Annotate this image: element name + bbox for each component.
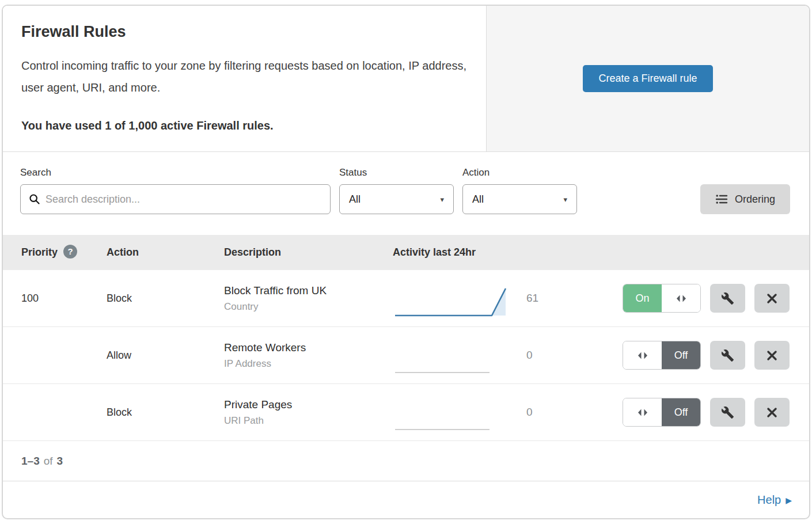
toggle-arrows-icon xyxy=(662,284,700,312)
column-priority: Priority xyxy=(21,246,58,259)
pagination-total: 3 xyxy=(57,455,63,468)
delete-rule-button[interactable] xyxy=(754,284,790,313)
pagination-of: of xyxy=(44,455,53,468)
edit-rule-button[interactable] xyxy=(710,284,745,313)
page-title: Firewall Rules xyxy=(21,23,468,41)
arrow-right-icon: ▶ xyxy=(786,496,792,505)
action-select[interactable]: All ▾ xyxy=(462,184,577,214)
search-icon xyxy=(29,193,40,205)
toggle-state-label: Off xyxy=(662,398,700,426)
toggle-arrows-icon xyxy=(623,398,662,426)
filter-bar: Search Status All ▾ Action All ▾ xyxy=(3,152,809,235)
rule-type: IP Address xyxy=(224,358,393,370)
pagination: 1–3 of 3 xyxy=(3,441,809,481)
rule-type: Country xyxy=(224,301,393,313)
action-value: Allow xyxy=(107,349,224,362)
activity-count: 61 xyxy=(526,292,544,305)
rule-enabled-toggle[interactable]: On xyxy=(623,284,701,313)
action-value: Block xyxy=(107,292,224,305)
cta-panel: Create a Firewall rule xyxy=(486,6,809,151)
page-description: Control incoming traffic to your zone by… xyxy=(21,55,468,98)
toggle-state-label: On xyxy=(623,284,662,312)
activity-count: 0 xyxy=(526,406,544,419)
status-select[interactable]: All ▾ xyxy=(339,184,454,214)
intro-panel: Firewall Rules Control incoming traffic … xyxy=(3,6,486,151)
toggle-state-label: Off xyxy=(662,341,700,369)
column-action: Action xyxy=(107,246,224,259)
status-label: Status xyxy=(339,167,454,178)
activity-sparkline xyxy=(393,284,509,320)
firewall-rules-card: Firewall Rules Control incoming traffic … xyxy=(2,5,810,519)
column-activity: Activity last 24hr xyxy=(393,246,809,259)
rule-description: Private Pages xyxy=(224,398,393,411)
wrench-icon xyxy=(721,292,734,305)
rule-description: Remote Workers xyxy=(224,341,393,354)
edit-rule-button[interactable] xyxy=(710,341,745,370)
action-value: Block xyxy=(107,406,224,419)
toggle-arrows-icon xyxy=(623,341,662,369)
column-description: Description xyxy=(224,246,393,259)
priority-help-icon[interactable]: ? xyxy=(63,245,77,259)
chevron-down-icon: ▾ xyxy=(440,195,444,204)
edit-rule-button[interactable] xyxy=(710,398,745,427)
rule-type: URI Path xyxy=(224,415,393,427)
activity-count: 0 xyxy=(526,349,544,362)
activity-sparkline xyxy=(393,398,509,434)
rule-enabled-toggle[interactable]: Off xyxy=(623,398,701,427)
search-box[interactable] xyxy=(20,184,331,214)
chevron-down-icon: ▾ xyxy=(563,195,567,204)
action-selected-value: All xyxy=(472,193,484,206)
table-row: Block Private Pages URI Path 0 Off xyxy=(3,384,809,441)
list-ordering-icon xyxy=(715,193,728,205)
close-icon xyxy=(766,349,778,362)
table-header: Priority ? Action Description Activity l… xyxy=(3,235,809,270)
create-firewall-rule-button[interactable]: Create a Firewall rule xyxy=(583,65,712,92)
rule-enabled-toggle[interactable]: Off xyxy=(623,341,701,370)
activity-sparkline xyxy=(393,341,509,377)
status-selected-value: All xyxy=(349,193,361,206)
close-icon xyxy=(766,406,778,419)
priority-value: 100 xyxy=(3,292,107,305)
header-section: Firewall Rules Control incoming traffic … xyxy=(3,6,809,152)
search-input[interactable] xyxy=(45,193,322,206)
help-link[interactable]: Help ▶ xyxy=(757,493,792,507)
delete-rule-button[interactable] xyxy=(754,341,790,370)
ordering-button-label: Ordering xyxy=(735,193,775,206)
pagination-range: 1–3 xyxy=(21,455,40,468)
help-label: Help xyxy=(757,493,781,507)
wrench-icon xyxy=(721,349,734,362)
wrench-icon xyxy=(721,406,734,419)
ordering-button[interactable]: Ordering xyxy=(700,184,790,214)
usage-note: You have used 1 of 1,000 active Firewall… xyxy=(21,119,468,132)
action-label: Action xyxy=(462,167,577,178)
delete-rule-button[interactable] xyxy=(754,398,790,427)
rule-description: Block Traffic from UK xyxy=(224,284,393,297)
close-icon xyxy=(766,292,778,305)
search-label: Search xyxy=(20,167,331,178)
table-row: Allow Remote Workers IP Address 0 Off xyxy=(3,327,809,384)
table-row: 100 Block Block Traffic from UK Country … xyxy=(3,270,809,327)
help-row: Help ▶ xyxy=(3,481,809,518)
